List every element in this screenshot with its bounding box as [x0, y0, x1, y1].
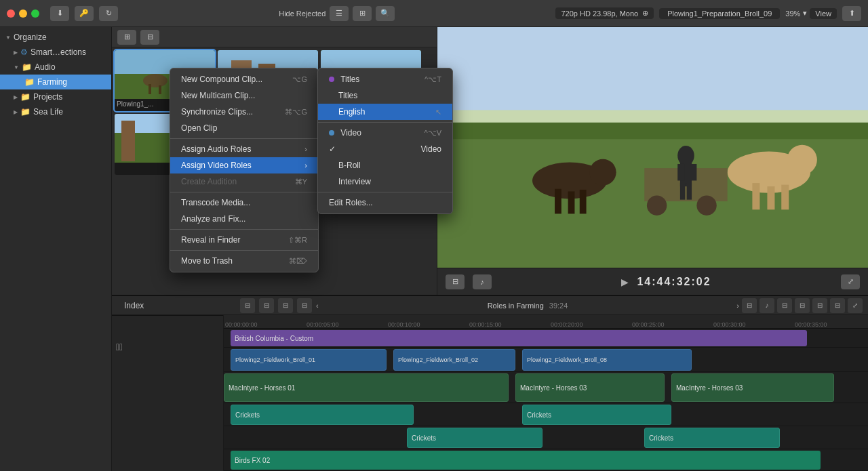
arrow-assign-audio: › — [304, 145, 307, 153]
label-birds-track — [112, 436, 224, 458]
close-button[interactable] — [7, 9, 15, 18]
sort-btn[interactable]: ⊞ — [117, 30, 136, 45]
submenu-item-b-roll[interactable]: B-Roll — [318, 157, 452, 173]
submenu-item-english[interactable]: English ↖ — [318, 104, 452, 120]
sidebar-item-sea-life[interactable]: ▶ 📁 Sea Life — [0, 104, 111, 119]
tl-rbtn1[interactable]: ⊟ — [742, 298, 757, 313]
sidebar-item-projects[interactable]: ▶ 📁 Projects — [0, 89, 111, 104]
tl-rbtn6[interactable]: ⊟ — [830, 298, 845, 313]
video-add-icon[interactable]: ⊕ — [642, 9, 648, 18]
clip-crickets2[interactable]: Crickets — [522, 405, 671, 425]
submenu-item-video-dot[interactable]: Video ^⌥V — [318, 125, 452, 141]
sidebar-item-organize[interactable]: ▼ Organize — [0, 30, 111, 45]
submenu-sep-2 — [318, 192, 452, 192]
menu-item-move-trash[interactable]: Move to Trash ⌘⌦ — [170, 253, 318, 269]
submenu-item-titles[interactable]: Titles — [318, 87, 452, 104]
clip-birds[interactable]: Birds FX 02 — [231, 451, 821, 470]
nav-right[interactable]: › — [736, 302, 739, 310]
grid-view-btn[interactable]: ⊞ — [353, 6, 372, 21]
shortcut-sync: ⌘⌥G — [285, 108, 307, 117]
farming-folder-icon: 📁 — [24, 77, 35, 87]
clip-name: Plowing1_Preparation_Broll_09 — [659, 8, 780, 19]
check-mark: ✓ — [329, 144, 336, 154]
tl-rbtn5[interactable]: ⊟ — [812, 298, 827, 313]
svg-point-36 — [787, 145, 817, 175]
clip-horses1[interactable]: MacIntyre - Horses 01 — [224, 373, 509, 402]
menu-item-assign-audio[interactable]: Assign Audio Roles › — [170, 141, 318, 157]
sidebar-item-label: Smart…ections — [31, 47, 86, 57]
view-toggle-btn[interactable]: ⊟ — [140, 30, 159, 45]
list-view-btn[interactable]: ☰ — [330, 6, 349, 21]
import-button[interactable]: ⬇ — [50, 6, 69, 21]
clip-crickets1[interactable]: Crickets — [231, 405, 414, 425]
menu-item-new-multicam[interactable]: New Multicam Clip... — [170, 87, 318, 104]
index-label[interactable]: Index — [117, 296, 229, 315]
submenu-item-titles-dot[interactable]: Titles ^⌥T — [318, 71, 452, 87]
menu-item-assign-video[interactable]: Assign Video Roles › — [170, 157, 318, 173]
submenu-item-interview[interactable]: Interview — [318, 173, 452, 190]
tl-rbtn7[interactable]: ⤢ — [848, 298, 863, 313]
ruler-mark: 00:00:20:00 — [549, 321, 583, 328]
sidebar-item-audio[interactable]: ▼ 📁 Audio — [0, 60, 111, 75]
svg-rect-45 — [687, 183, 692, 199]
context-menu: New Compound Clip... ⌥G New Multicam Cli… — [170, 68, 319, 272]
tl-rbtn3[interactable]: ⊟ — [777, 298, 792, 313]
filter-section: Hide Rejected ☰ ⊞ 🔍 — [279, 6, 395, 21]
clip-british-columbia[interactable]: British Columbia - Custom — [231, 330, 807, 346]
clip-horses3[interactable]: MacIntyre - Horses 03 — [671, 373, 834, 402]
preview-audio-btn[interactable]: ♪ — [473, 274, 492, 289]
menu-item-sync-clips[interactable]: Synchronize Clips... ⌘⌥G — [170, 104, 318, 120]
clip-horses2[interactable]: MacIntyre - Horses 03 — [515, 373, 665, 402]
shortcut-new-compound: ⌥G — [292, 75, 307, 84]
tl-btn3[interactable]: ⊟ — [278, 298, 293, 313]
clip-video2[interactable]: Plowing2_Fieldwork_Broll_02 — [393, 349, 515, 371]
menu-item-new-compound[interactable]: New Compound Clip... ⌥G — [170, 71, 318, 87]
tl-btn4[interactable]: ⊟ — [297, 298, 312, 313]
menu-item-create-audition[interactable]: Create Audition ⌘Y — [170, 173, 318, 190]
shortcut-reveal: ⇧⌘R — [288, 236, 307, 245]
sidebar-item-farming[interactable]: 📁 Farming — [0, 75, 111, 89]
tl-rbtn2[interactable]: ♪ — [760, 298, 774, 313]
tl-btn1[interactable]: ⊟ — [240, 298, 255, 313]
submenu-item-video-checked[interactable]: ✓ Video — [318, 141, 452, 157]
sealife-folder-icon: 📁 — [20, 107, 31, 117]
arrow-assign-video: › — [304, 161, 307, 169]
menu-item-reveal-finder[interactable]: Reveal in Finder ⇧⌘R — [170, 232, 318, 248]
key-button[interactable]: 🔑 — [75, 6, 94, 21]
purple-dot — [329, 77, 334, 82]
nav-left[interactable]: ‹ — [316, 302, 319, 310]
horses-track-row: MacIntyre - Horses 01 MacIntyre - Horses… — [224, 372, 868, 403]
menu-item-analyze[interactable]: Analyze and Fix... — [170, 211, 318, 227]
hide-rejected-label[interactable]: Hide Rejected — [279, 9, 326, 18]
clip-crickets4[interactable]: Crickets — [644, 428, 780, 448]
title-bar: ⬇ 🔑 ↻ Hide Rejected ☰ ⊞ 🔍 720p HD 23.98p… — [0, 0, 868, 27]
svg-rect-6 — [159, 85, 161, 94]
play-icon: ▶ — [621, 277, 629, 287]
export-button[interactable]: ⬆ — [842, 6, 861, 21]
submenu-item-edit-roles[interactable]: Edit Roles... — [318, 194, 452, 211]
purple-track-row: British Columbia - Custom — [224, 329, 868, 348]
menu-item-transcode[interactable]: Transcode Media... — [170, 194, 318, 211]
search-btn[interactable]: 🔍 — [376, 6, 395, 21]
submenu-label: Video — [329, 128, 361, 138]
maximize-button[interactable] — [31, 9, 39, 18]
video-track-content: Plowing2_Fieldwork_Broll_01 Plowing2_Fie… — [224, 348, 868, 371]
clip-crickets3[interactable]: Crickets — [407, 428, 542, 448]
menu-sep-3 — [170, 229, 318, 230]
minimize-button[interactable] — [19, 9, 27, 18]
svg-rect-42 — [677, 164, 684, 180]
sync-button[interactable]: ↻ — [99, 6, 118, 21]
tl-btn2[interactable]: ⊟ — [259, 298, 274, 313]
clip-video3[interactable]: Plowing2_Fieldwork_Broll_08 — [522, 349, 692, 371]
view-label[interactable]: View — [810, 8, 837, 19]
fullscreen-btn[interactable]: ⤢ — [841, 274, 860, 289]
timeline-controls: ⊟ ⊟ ⊟ ⊟ ‹ — [240, 298, 319, 313]
tl-rbtn4[interactable]: ⊟ — [795, 298, 810, 313]
menu-item-open-clip[interactable]: Open Clip — [170, 120, 318, 136]
sidebar-item-label: Sea Life — [33, 107, 63, 117]
preview-settings-btn[interactable]: ⊟ — [446, 274, 465, 289]
sidebar-item-smart-collections[interactable]: ▶ ⚙ Smart…ections — [0, 45, 111, 60]
timeline-ruler: 00:00:00:00 00:00:05:00 00:00:10:00 00:0… — [224, 315, 868, 329]
zoom-dropdown-icon[interactable]: ▾ — [803, 9, 807, 18]
clip-video1[interactable]: Plowing2_Fieldwork_Broll_01 — [231, 349, 387, 371]
